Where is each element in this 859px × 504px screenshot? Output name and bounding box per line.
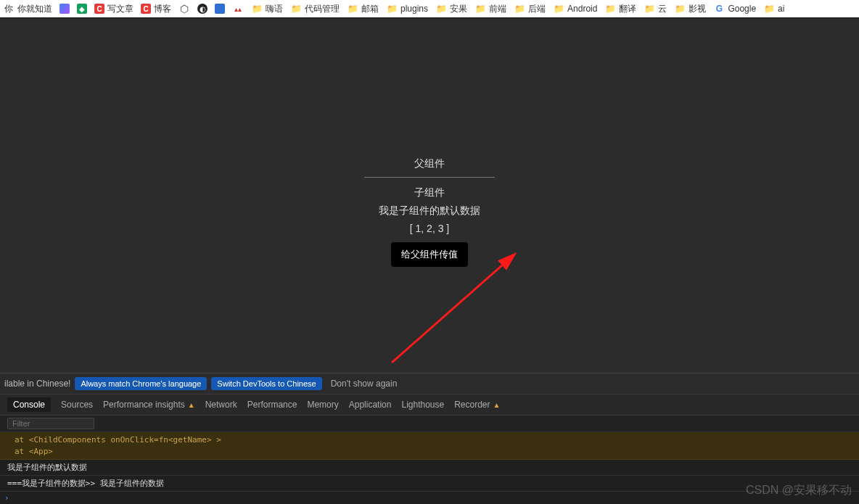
- bookmarks-bar: 你你就知道 ◆ C写文章 C博客 ⬡ ◐ ▴▴ 📁嗨语 📁代码管理 📁邮箱 📁p…: [0, 0, 859, 17]
- warning-icon: ▲: [188, 401, 195, 409]
- bookmark-item[interactable]: 📁Android: [553, 3, 597, 15]
- square-icon: [59, 4, 70, 14]
- bookmark-item[interactable]: 📁ai: [763, 3, 784, 15]
- console-output: at <ChildComponents onOnClick=fn<getName…: [0, 432, 859, 504]
- triangle-icon: ▴▴: [232, 3, 244, 15]
- devtools-language-banner: ilable in Chinese! Always match Chrome's…: [0, 373, 859, 394]
- dont-show-again-button[interactable]: Don't show again: [326, 376, 402, 391]
- bookmark-item[interactable]: ⬡: [178, 3, 190, 15]
- switch-devtools-chinese-button[interactable]: Switch DevTools to Chinese: [211, 377, 321, 390]
- folder-icon: 📁: [604, 3, 616, 15]
- console-log-line: 我是子组件的默认数据: [0, 460, 859, 476]
- bookmark-item[interactable]: 📁代码管理: [290, 3, 340, 15]
- letter-c-icon: C: [94, 4, 104, 14]
- tab-performance[interactable]: Performance: [247, 400, 297, 410]
- google-icon: G: [713, 3, 725, 15]
- shield-icon: ◆: [77, 4, 87, 14]
- hexagon-icon: ⬡: [178, 3, 190, 15]
- tab-memory[interactable]: Memory: [307, 400, 338, 410]
- tab-lighthouse[interactable]: Lighthouse: [401, 400, 444, 410]
- bookmark-item[interactable]: 📁影视: [674, 3, 706, 15]
- bookmark-item[interactable]: ◐: [197, 4, 207, 14]
- tab-application[interactable]: Application: [349, 400, 392, 410]
- page-content: 父组件 子组件 我是子组件的默认数据 [ 1, 2, 3 ] 给父组件传值: [0, 17, 859, 403]
- child-array-data: [ 1, 2, 3 ]: [364, 220, 495, 238]
- folder-icon: 📁: [290, 3, 302, 15]
- bookmark-item[interactable]: [59, 4, 70, 14]
- tab-performance-insights[interactable]: Performance insights ▲: [103, 400, 195, 410]
- console-filter-input[interactable]: [7, 418, 94, 429]
- tab-network[interactable]: Network: [205, 400, 237, 410]
- bookmark-item[interactable]: 📁前端: [474, 3, 506, 15]
- folder-icon: 📁: [763, 3, 775, 15]
- emit-to-parent-button[interactable]: 给父组件传值: [391, 242, 468, 267]
- tab-recorder[interactable]: Recorder ▲: [454, 400, 500, 410]
- warning-icon: ▲: [493, 401, 501, 409]
- devtools-panel: ilable in Chinese! Always match Chrome's…: [0, 373, 859, 504]
- bookmark-item[interactable]: 📁嗨语: [251, 3, 283, 15]
- folder-icon: 📁: [251, 3, 263, 15]
- text-icon: 你: [3, 3, 15, 15]
- bookmark-item[interactable]: GGoogle: [713, 3, 756, 15]
- bookmark-item[interactable]: 📁翻译: [604, 3, 636, 15]
- bookmark-item[interactable]: 📁plugins: [386, 3, 428, 15]
- bookmark-item[interactable]: [215, 4, 225, 14]
- bookmark-item[interactable]: ◆: [77, 4, 87, 14]
- child-default-data: 我是子组件的默认数据: [364, 202, 495, 220]
- bookmark-item[interactable]: 📁云: [644, 3, 667, 15]
- bookmark-item[interactable]: 📁后端: [514, 3, 546, 15]
- console-warning: at <ChildComponents onOnClick=fn<getName…: [0, 432, 859, 460]
- component-demo: 父组件 子组件 我是子组件的默认数据 [ 1, 2, 3 ] 给父组件传值: [364, 154, 495, 268]
- folder-icon: 📁: [644, 3, 655, 15]
- folder-icon: 📁: [435, 3, 447, 15]
- devtools-tabs: Console Sources Performance insights ▲ N…: [0, 394, 859, 416]
- console-log-line: ===我是子组件的数据>> 我是子组件的数据: [0, 476, 859, 492]
- child-component-title: 子组件: [364, 183, 495, 202]
- bookmark-item[interactable]: 📁邮箱: [347, 3, 379, 15]
- always-match-language-button[interactable]: Always match Chrome's language: [75, 377, 207, 390]
- folder-icon: 📁: [474, 3, 486, 15]
- folder-icon: 📁: [347, 3, 358, 15]
- letter-c-icon: C: [141, 4, 151, 14]
- console-prompt[interactable]: ›: [0, 492, 859, 504]
- tab-sources[interactable]: Sources: [61, 400, 93, 410]
- bookmark-item[interactable]: 你你就知道: [3, 3, 52, 15]
- bookmark-item[interactable]: ▴▴: [232, 3, 244, 15]
- folder-icon: 📁: [386, 3, 398, 15]
- folder-icon: 📁: [553, 3, 564, 15]
- dark-circle-icon: ◐: [197, 4, 207, 14]
- bookmark-item[interactable]: C写文章: [94, 3, 133, 15]
- folder-icon: 📁: [514, 3, 525, 15]
- bookmark-item[interactable]: C博客: [141, 3, 171, 15]
- tab-console[interactable]: Console: [7, 397, 51, 412]
- bookmark-item[interactable]: 📁安果: [435, 3, 467, 15]
- parent-component-title: 父组件: [364, 154, 495, 178]
- folder-icon: 📁: [674, 3, 686, 15]
- banner-text: ilable in Chinese!: [4, 379, 70, 389]
- blue-square-icon: [215, 4, 225, 14]
- console-filter-bar: [0, 416, 859, 432]
